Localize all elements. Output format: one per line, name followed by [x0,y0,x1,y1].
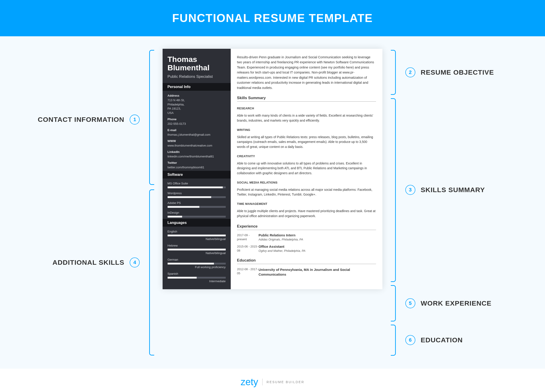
education-list: 2012-08 - 2017-05 University of Pennsylv… [237,267,376,277]
experience-item: 2017-09 - present Public Relations Inter… [237,233,376,241]
software-header: Software [163,171,231,179]
language-name: Hebrew [167,244,226,247]
experience-title-text: Public Relations Intern [259,233,376,237]
contact-label: E-mail [167,128,226,132]
software-item: Adobe PS [167,201,226,208]
contact-list: Address713 N 4th St,Philadelphia,PA 1912… [167,94,226,170]
skillbar-track [167,249,226,250]
footer: zety RESUME BUILDER [0,377,545,387]
callout-experience: 5 WORK EXPERIENCE [400,298,492,308]
experience-title-text: Office Assistant [259,245,376,248]
skillbar-fill [167,249,226,250]
contact-label: Phone [167,118,226,121]
skill-body: Skilled at writing all types of Public R… [237,135,376,150]
skillbar-fill [167,263,214,265]
language-item: Spanish Intermediate [167,272,226,283]
resume-jobtitle: Public Relations Specialist [167,74,226,79]
callout-skills-summary: 3 SKILLS SUMMARY [400,185,485,195]
experience-dates: 2015-06 - 2015-08 [237,245,259,253]
skill-title: TIME MANAGEMENT [237,202,376,205]
language-item: German Full working proficiency [167,258,226,269]
skillbar-track [167,216,226,217]
language-name: English [167,230,226,233]
zety-tagline: RESUME BUILDER [266,380,304,384]
skillbar-fill [167,216,182,217]
language-level: Full working proficiency [167,265,226,269]
contact-label: Address [167,94,226,97]
resume-sidebar: Thomas Blumenthal Public Relations Speci… [163,49,231,289]
right-labels: 2 RESUME OBJECTIVE 3 SKILLS SUMMARY 5 WO… [396,49,488,357]
right-brackets [382,49,396,357]
skillbar-fill [167,196,211,198]
skillbar-track [167,196,226,198]
language-item: Hebrew Native/bilingual [167,244,226,255]
language-name: Spanish [167,272,226,275]
callout-number: 2 [405,67,415,77]
skillbar-track [167,277,226,278]
skill-title: WRITING [237,128,376,132]
footer-separator [262,379,262,386]
contact-value: twitter.com/thommybloom81 [167,165,226,170]
software-list: MS Office Suite Wordpress Adobe PS InDes… [167,182,226,217]
skill-body: Able to come up with innovative solution… [237,161,376,176]
experience-subtitle: Ogilvy and Mather, Philadelphia, PA [259,249,376,253]
callout-number: 5 [405,298,415,308]
skill-title: SOCIAL MEDIA RELATIONS [237,181,376,184]
page-title: FUNCTIONAL RESUME TEMPLATE [172,12,373,25]
callout-number: 3 [405,185,415,195]
contact-value: 202-555-0173 [167,122,226,126]
callout-number: 1 [130,115,140,125]
skillbar-track [167,187,226,188]
resume-main: Results-driven Penn graduate in Journali… [231,49,383,289]
skillbar-fill [167,206,200,208]
experience-list: 2017-09 - present Public Relations Inter… [237,233,376,253]
skills-list: RESEARCHAble to work with many kinds of … [237,107,376,218]
skillbar-fill [167,187,223,188]
software-item: InDesign [167,211,226,217]
skill-body: Able to juggle multiple clients and proj… [237,209,376,218]
language-name: German [167,258,226,261]
callout-education: 6 EDUCATION [400,335,463,345]
left-brackets [149,49,162,357]
software-item: MS Office Suite [167,182,226,188]
skillbar-track [167,206,226,208]
experience-title: Experience [237,224,376,230]
header-banner: FUNCTIONAL RESUME TEMPLATE [0,0,545,36]
layout: CONTACT INFORMATION 1 ADDITIONAL SKILLS … [57,49,488,357]
resume-name: Thomas Blumenthal [167,55,226,72]
languages-header: Languages [163,219,231,227]
software-item: Wordpress [167,192,226,198]
skills-summary-title: Skills Summary [237,96,376,102]
resume-objective: Results-driven Penn graduate in Journali… [237,55,376,90]
skillbar-fill [167,277,197,278]
software-name: InDesign [167,211,226,214]
skillbar-track [167,235,226,236]
language-level: Intermediate [167,279,226,283]
skill-body: Able to work with many kinds of clients … [237,113,376,123]
language-item: English Native/bilingual [167,230,226,241]
skill-title: RESEARCH [237,107,376,110]
languages-list: English Native/bilingualHebrew Native/bi… [167,230,226,283]
education-title-text: University of Pennsylvania, MA in Journa… [259,267,376,277]
contact-label: WWW [167,139,226,143]
contact-value: 713 N 4th St,Philadelphia,PA 19123,USA [167,98,226,115]
contact-label: Twitter [167,161,226,164]
experience-dates: 2017-09 - present [237,233,259,241]
experience-subtitle: Adidas Originals, Philadelphia, PA [259,238,376,241]
zety-logo: zety [241,377,258,387]
contact-header: Personal Info [163,83,231,91]
callout-additional-skills: ADDITIONAL SKILLS 4 [52,258,145,267]
callout-contact: CONTACT INFORMATION 1 [38,115,145,125]
callout-number: 6 [405,335,415,345]
software-name: Adobe PS [167,201,226,205]
skillbar-track [167,263,226,265]
contact-value: linkedin.com/me/thomblumenthal81 [167,155,226,159]
resume-card: Thomas Blumenthal Public Relations Speci… [163,49,383,289]
contact-value: thomas.j.blumenthal@gmail.com [167,133,226,137]
software-name: MS Office Suite [167,182,226,185]
contact-label: LinkedIn [167,150,226,154]
skillbar-fill [167,235,226,236]
skill-body: Proficient at managing social media rela… [237,187,376,197]
page-body: CONTACT INFORMATION 1 ADDITIONAL SKILLS … [0,36,545,369]
experience-item: 2015-06 - 2015-08 Office Assistant Ogilv… [237,245,376,253]
